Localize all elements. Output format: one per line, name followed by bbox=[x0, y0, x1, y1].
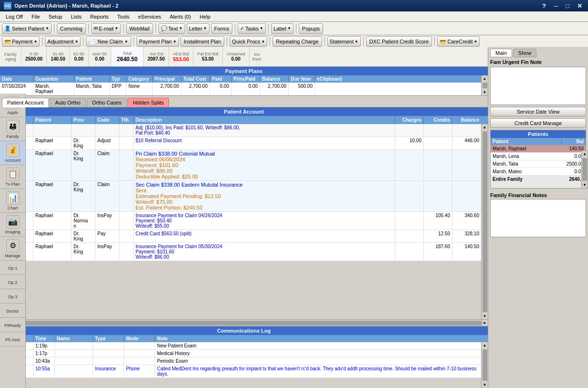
tasks-btn[interactable]: ✓Tasks▼ bbox=[238, 23, 266, 34]
pp-cell-typ: DPP bbox=[110, 83, 126, 95]
menu-help[interactable]: Help bbox=[196, 11, 214, 22]
pa-row-2[interactable]: 05/30/2024 Raphael Dr.King Claim Pri Cla… bbox=[0, 150, 481, 181]
pa-row-1[interactable]: 05/30/2024 Raphael Dr.King Adjust $10 Re… bbox=[0, 137, 481, 150]
sidebar-item-phasst[interactable]: Ph Asst bbox=[0, 332, 25, 346]
new-claim-btn[interactable]: 📄New Claim▼ bbox=[86, 36, 131, 47]
popups-btn[interactable]: Popups bbox=[299, 23, 323, 34]
patient-row-raphael[interactable]: Marsh, Raphael 140.50 bbox=[491, 145, 586, 153]
sidebar-item-op2[interactable]: Op 2 bbox=[0, 275, 25, 289]
pa-row-5[interactable]: 06/06/2024 Raphael Dr.King Pay Credit Ca… bbox=[0, 230, 481, 243]
adjustment-btn[interactable]: Adjustment▼ bbox=[45, 36, 81, 47]
close-button[interactable]: ✕ bbox=[575, 2, 584, 10]
menu-file[interactable]: File bbox=[28, 11, 44, 22]
minimize-button[interactable]: ─ bbox=[552, 2, 560, 10]
tab-ortho-cases[interactable]: Ortho Cases bbox=[87, 98, 127, 107]
pp-scroll-up[interactable]: ▲ bbox=[482, 75, 488, 82]
text-btn[interactable]: 💬Text▼ bbox=[158, 23, 185, 34]
credit-card-manage-btn[interactable]: Credit Card Manage bbox=[490, 118, 586, 128]
maximize-button[interactable]: □ bbox=[564, 2, 571, 10]
pa-col-credits: Credits bbox=[424, 116, 452, 124]
comm-scrollbar[interactable]: ▲ ▼ bbox=[481, 342, 488, 388]
comm-row-2[interactable]: 05/14/2024 10:43a Periodic Exam bbox=[0, 357, 481, 365]
comm-row-0[interactable]: 11/01/2023 1:19p New Patient Exam bbox=[0, 342, 481, 350]
patient-row-lena[interactable]: Marsh, Lena 0.00 bbox=[491, 153, 586, 160]
pa-row-4[interactable]: 05/30/2024 Raphael Dr.Norman InsPay Insu… bbox=[0, 212, 481, 230]
family-fin-notes-box[interactable] bbox=[490, 199, 586, 237]
payment-btn[interactable]: 💳Payment▼ bbox=[2, 36, 40, 47]
forms-btn[interactable]: Forms bbox=[211, 23, 232, 34]
right-tab-show[interactable]: Show bbox=[513, 49, 537, 57]
tab-auto-ortho[interactable]: Auto Ortho bbox=[50, 98, 85, 107]
patients-scroll-down[interactable]: ▼ bbox=[582, 182, 588, 188]
pa-row-6[interactable]: 06/17/2024 Raphael Dr.King InsPay Insura… bbox=[0, 243, 481, 261]
pa-cell-1-tth bbox=[119, 137, 134, 149]
menu-lists[interactable]: Lists bbox=[67, 11, 85, 22]
sidebar-item-op1[interactable]: Op 1 bbox=[0, 261, 25, 275]
help-button[interactable]: ? bbox=[540, 2, 548, 10]
webmail-btn[interactable]: WebMail bbox=[126, 23, 153, 34]
pa-row-0[interactable]: Adj: ($10.00), Ins Paid: $101.60, Writeo… bbox=[0, 124, 481, 137]
fam-urgent-fin-note-box[interactable] bbox=[490, 67, 586, 105]
pp-scrollbar[interactable]: ▲ ▼ bbox=[481, 75, 488, 95]
tab-patient-account[interactable]: Patient Account bbox=[2, 98, 49, 107]
statement-btn[interactable]: Statement▼ bbox=[327, 36, 361, 47]
menu-eservices[interactable]: eServices bbox=[134, 11, 165, 22]
quick-procs-btn[interactable]: Quick Procs▼ bbox=[230, 36, 267, 47]
sidebar-item-chart[interactable]: 📊 Chart bbox=[0, 189, 25, 213]
patient-row-talia[interactable]: Marsh, Talia 2500.00 bbox=[491, 160, 586, 168]
pa-cell-0-code bbox=[95, 124, 119, 136]
comm-row-1[interactable]: 05/01/2023 1:17p Medical History bbox=[0, 350, 481, 357]
sidebar-item-imaging[interactable]: 📷 Imaging bbox=[0, 213, 25, 237]
menu-alerts[interactable]: Alerts (0) bbox=[166, 11, 195, 22]
patients-scrollbar[interactable]: ▲ ▼ bbox=[581, 150, 588, 189]
care-credit-btn[interactable]: 💳CareCredit▼ bbox=[437, 36, 480, 47]
pa-header-scroll-spacer bbox=[481, 116, 488, 124]
select-patient-btn[interactable]: 👤Select Patient▼ bbox=[2, 23, 52, 34]
pp-cell-guarantor: Marsh,Raphael bbox=[33, 83, 74, 95]
menu-tools[interactable]: Tools bbox=[114, 11, 134, 22]
pa-hscroll-thumb bbox=[6, 321, 482, 325]
service-date-view-btn[interactable]: Service Date View bbox=[490, 107, 586, 116]
sidebar-item-txplan[interactable]: 📋 Tx Plan bbox=[0, 165, 25, 189]
installment-plan-btn[interactable]: Installment Plan bbox=[180, 36, 224, 47]
sidebar-item-ptready[interactable]: PtReady bbox=[0, 318, 25, 332]
sidebar-item-account[interactable]: 💰 Account bbox=[0, 141, 25, 165]
sidebar-item-family[interactable]: 👨‍👩‍👧 Family bbox=[0, 117, 25, 141]
patients-scroll-up[interactable]: ▲ bbox=[582, 151, 588, 157]
patient-row-mateo[interactable]: Marsh, Mateo 0.00 bbox=[491, 168, 586, 176]
pa-cell-3-balance bbox=[452, 181, 481, 211]
aging-over90: over 90 0.00 bbox=[89, 47, 111, 66]
pa-hscroll-right[interactable]: ► bbox=[483, 321, 487, 325]
chart-icon: 📊 bbox=[6, 191, 20, 205]
account-icon: 💰 bbox=[6, 144, 20, 157]
repeating-charge-btn[interactable]: Repeating Charge bbox=[273, 36, 322, 47]
pp-scroll-down[interactable]: ▼ bbox=[482, 89, 488, 95]
commlog-btn[interactable]: Commlog bbox=[57, 23, 86, 34]
tab-hidden-splits[interactable]: Hidden Splits bbox=[127, 98, 169, 107]
comm-scroll-down[interactable]: ▼ bbox=[482, 382, 488, 388]
menu-reports[interactable]: Reports bbox=[86, 11, 113, 22]
pa-scrollbar[interactable]: ▲ ▼ bbox=[481, 124, 488, 319]
sidebar-item-doctor[interactable]: Doctor bbox=[0, 304, 25, 318]
dxc-score-btn[interactable]: DXC Patient Credit Score bbox=[366, 36, 432, 47]
toolbar-1: 👤Select Patient▼ Commlog ✉E-mail▼ WebMai… bbox=[0, 22, 588, 35]
comm-scroll-up[interactable]: ▲ bbox=[482, 342, 488, 348]
pa-cell-4-tth bbox=[119, 212, 134, 230]
pa-scroll-up[interactable]: ▲ bbox=[482, 124, 488, 130]
pa-row-3[interactable]: 05/30/2024 Raphael Dr.King Claim Sec Cla… bbox=[0, 181, 481, 212]
menu-logoff[interactable]: Log Off bbox=[2, 11, 27, 22]
pa-scroll-down[interactable]: ▼ bbox=[482, 313, 488, 319]
letter-btn[interactable]: Letter▼ bbox=[187, 23, 210, 34]
comm-row-3[interactable]: 05/30/2024 10:55a Insurance Phone Called… bbox=[0, 365, 481, 378]
pa-cell-5-tth bbox=[119, 230, 134, 242]
pp-row-0[interactable]: 07/16/2024 Marsh,Raphael Marsh, Talia DP… bbox=[0, 83, 481, 95]
email-btn[interactable]: ✉E-mail▼ bbox=[91, 23, 121, 34]
label-btn[interactable]: Label▼ bbox=[271, 23, 294, 34]
right-tab-main[interactable]: Main bbox=[490, 49, 512, 57]
sidebar-item-op3[interactable]: Op 3 bbox=[0, 289, 25, 304]
menu-setup[interactable]: Setup bbox=[45, 11, 66, 22]
sidebar-item-manage[interactable]: ⚙ Manage bbox=[0, 237, 25, 261]
pp-cell-princpaid: 0.00 bbox=[231, 83, 260, 95]
payment-plan-btn[interactable]: Payment Plan▼ bbox=[136, 36, 178, 47]
pa-hscrollbar[interactable]: ◄ ► bbox=[0, 319, 488, 326]
